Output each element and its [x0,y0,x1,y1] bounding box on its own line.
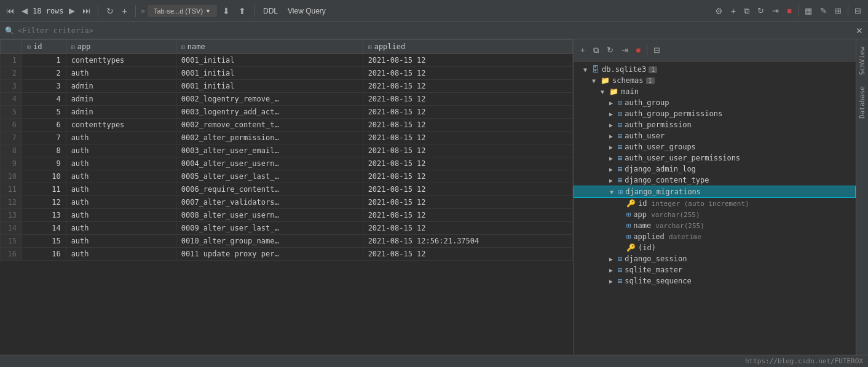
cell-applied: 2021-08-15 12 [363,144,572,157]
expand-button[interactable]: ⊞ [832,5,845,17]
table-row[interactable]: 9 9 auth 0004_alter_user_usern… 2021-08-… [1,157,573,170]
tree-table-label: django_migrations [625,187,701,196]
rp-export-button[interactable]: ⇥ [618,44,631,56]
tree-table-auth_group_permissions[interactable]: ▶ ⊞ auth_group_permissions [574,108,856,119]
tree-col-applied[interactable]: ⊞ applied datetime [574,231,856,242]
edit-button[interactable]: ✎ [817,5,830,17]
col-header-id[interactable]: ⊞id [22,40,66,54]
download-button[interactable]: ⬇ [219,5,233,17]
table-row[interactable]: 11 11 auth 0006_require_contentt… 2021-0… [1,183,573,196]
tree-db-root[interactable]: ▼ 🗄 db.sqlite3 1 [574,64,856,75]
col-header-name[interactable]: ⊞name [176,40,363,54]
cell-id: 15 [22,235,66,248]
tsv-tab-button[interactable]: Tab-se...d (TSV) ▼ [148,5,217,17]
nav-first-button[interactable]: ⏮ [4,5,17,17]
nav-next-button[interactable]: ▶ [66,5,77,17]
table-row[interactable]: 5 5 admin 0003_logentry_add_act… 2021-08… [1,106,573,119]
table-row[interactable]: 4 4 admin 0002_logentry_remove_… 2021-08… [1,93,573,106]
tree-toggle: ▶ [609,256,618,262]
cell-app: admin [66,80,176,93]
rp-add-button[interactable]: + [577,44,588,56]
table-row[interactable]: 13 13 auth 0008_alter_user_usern… 2021-0… [1,209,573,222]
col-header-applied[interactable]: ⊞applied [363,40,572,54]
add-row-button[interactable]: + [119,5,130,17]
table-icon: ⊞ [618,165,622,173]
table-row[interactable]: 16 16 auth 0011 update proxy per… 2021-0… [1,248,573,261]
table-row[interactable]: 14 14 auth 0009_alter_user_last_… 2021-0… [1,222,573,235]
ddl-button[interactable]: DDL [259,6,282,17]
tree-table-auth_user_groups[interactable]: ▶ ⊞ auth_user_groups [574,141,856,152]
tree-col-app[interactable]: ⊞ app varchar(255) [574,209,856,220]
stop-button[interactable]: ■ [784,5,795,17]
copy-right-button[interactable]: ⧉ [741,5,752,17]
tree-table-sqlite_master[interactable]: ▶ ⊞ sqlite_master [574,264,856,275]
tree-col-id[interactable]: 🔑 id integer (auto increment) [574,198,856,209]
right-panel: + ⧉ ↻ ⇥ ■ ⊟ ▼ 🗄 db.sqlite3 1 ▼ 📁 schemas… [573,39,856,355]
cell-applied: 2021-08-15 12:56:21.37504 [363,235,572,248]
database-tab[interactable]: Database [857,81,867,124]
table-row[interactable]: 7 7 auth 0002_alter_permission… 2021-08-… [1,132,573,144]
tree-table-django_content_type[interactable]: ▶ ⊞ django_content_type [574,175,856,186]
table-area[interactable]: ⊞id ⊞app ⊞name ⊞applied [0,39,573,355]
arrow-double: » [141,7,145,15]
rp-stop-button[interactable]: ■ [633,44,644,56]
row-num: 16 [1,248,22,261]
tree-toggle: ▶ [609,111,618,117]
table-row[interactable]: 1 1 contenttypes 0001_initial 2021-08-15… [1,54,573,67]
cell-applied: 2021-08-15 12 [363,170,572,183]
cell-app: admin [66,106,176,119]
col-header-app[interactable]: ⊞app [66,40,176,54]
rp-copy-button[interactable]: ⧉ [590,44,602,57]
cell-applied: 2021-08-15 12 [363,119,572,132]
cell-name: 0003_logentry_add_act… [176,106,363,119]
settings-button[interactable]: ⚙ [712,5,726,17]
filter-input[interactable] [18,26,852,35]
rp-filter-button[interactable]: ⊟ [650,44,663,56]
status-url: https://blog.csdn.net/FUTEROX [745,357,863,365]
table-row[interactable]: 12 12 auth 0007_alter_validators… 2021-0… [1,196,573,209]
nav-last-button[interactable]: ⏭ [80,5,93,17]
view-query-button[interactable]: View Query [284,6,329,17]
tree-main[interactable]: ▼ 📁 main [574,86,856,97]
tree-table-label: sqlite_sequence [625,277,691,285]
add-right-button[interactable]: + [728,5,739,17]
cell-app: auth [66,157,176,170]
upload-button[interactable]: ⬆ [235,5,249,17]
tree-area[interactable]: ▼ 🗄 db.sqlite3 1 ▼ 📁 schemas 1 ▼ 📁 main … [574,61,856,355]
refresh-right-button[interactable]: ↻ [754,5,767,17]
table-row[interactable]: 8 8 auth 0003_alter_user_email… 2021-08-… [1,144,573,157]
tree-table-django_admin_log[interactable]: ▶ ⊞ django_admin_log [574,164,856,175]
table-row[interactable]: 15 15 auth 0010_alter_group_name… 2021-0… [1,235,573,248]
tree-schemas[interactable]: ▼ 📁 schemas 1 [574,75,856,86]
tree-toggle: ▶ [609,100,618,106]
cell-applied: 2021-08-15 12 [363,183,572,196]
tree-table-sqlite_sequence[interactable]: ▶ ⊞ sqlite_sequence [574,275,856,286]
nav-prev-button[interactable]: ◀ [19,5,30,17]
tree-table-django_migrations[interactable]: ▼ ⊞ django_migrations [574,186,856,198]
refresh-button[interactable]: ↻ [103,5,117,17]
row-num: 1 [1,54,22,67]
rp-refresh-button[interactable]: ↻ [604,44,617,56]
tree-table-auth_permission[interactable]: ▶ ⊞ auth_permission [574,119,856,130]
cell-app: auth [66,209,176,222]
schview-tab[interactable]: SchView [857,42,867,80]
filter-close-button[interactable]: ✕ [856,26,863,35]
tree-table-django_session[interactable]: ▶ ⊞ django_session [574,253,856,264]
table-row[interactable]: 10 10 auth 0005_alter_user_last_… 2021-0… [1,170,573,183]
export-right-button[interactable]: ⇥ [769,5,782,17]
table-icon: ⊞ [618,120,622,129]
tree-col-<unnamed> (id)[interactable]: 🔑 (id) [574,242,856,253]
cell-app: admin [66,93,176,106]
tree-table-auth_user[interactable]: ▶ ⊞ auth_user [574,130,856,141]
grid-view-button[interactable]: ▦ [802,5,815,17]
table-row[interactable]: 3 3 admin 0001_initial 2021-08-15 12 [1,80,573,93]
table-row[interactable]: 6 6 contenttypes 0002_remove_content_t… … [1,119,573,132]
tree-table-auth_group[interactable]: ▶ ⊞ auth_group [574,97,856,108]
filter-button[interactable]: ⊟ [851,5,864,17]
tree-col-name[interactable]: ⊞ name varchar(255) [574,220,856,231]
schemas-badge: 1 [646,77,655,84]
row-num: 4 [1,93,22,106]
tree-table-auth_user_user_permissions[interactable]: ▶ ⊞ auth_user_user_permissions [574,152,856,164]
table-row[interactable]: 2 2 auth 0001_initial 2021-08-15 12 [1,67,573,80]
row-num: 7 [1,132,22,144]
